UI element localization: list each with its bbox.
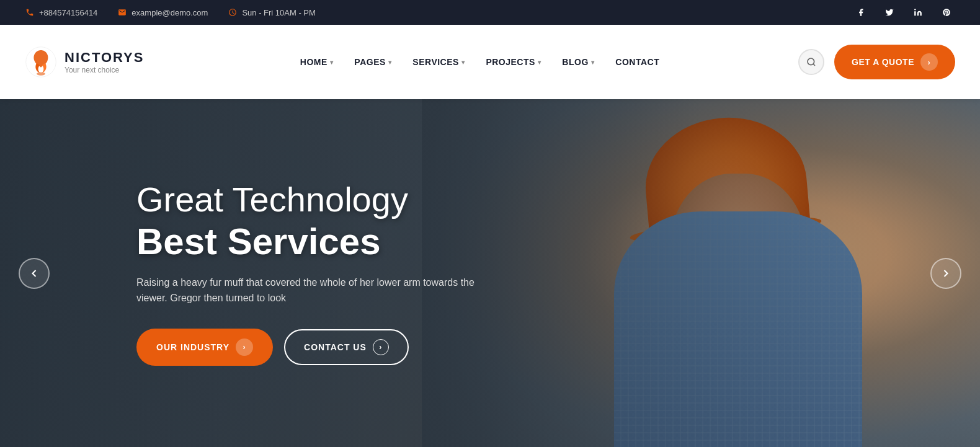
phone-item[interactable]: +884574156414 <box>25 7 97 17</box>
phone-icon <box>25 7 35 17</box>
hours-item: Sun - Fri 10AM - PM <box>228 7 315 17</box>
our-industry-button[interactable]: OUR INDUSTRY › <box>136 329 273 366</box>
email-text: example@demo.com <box>131 8 208 17</box>
hours-text: Sun - Fri 10AM - PM <box>242 8 315 17</box>
nav-pages-chevron: ▾ <box>388 59 392 66</box>
top-bar-left: +884574156414 example@demo.com Sun - Fri… <box>25 7 852 17</box>
nav-services-label: SERVICES <box>412 57 459 67</box>
nav-home-label: HOME <box>300 57 327 67</box>
hero-buttons: OUR INDUSTRY › CONTACT US › <box>136 329 484 366</box>
email-icon <box>117 7 127 17</box>
nav-actions: GET A QUOTE › <box>798 45 955 79</box>
brand-name: NICTORYS <box>65 50 144 66</box>
header: NICTORYS Your next choice HOME ▾ PAGES ▾… <box>0 25 980 99</box>
nav-pages-label: PAGES <box>354 57 385 67</box>
svg-point-2 <box>37 72 45 75</box>
industry-btn-label: OUR INDUSTRY <box>156 342 229 352</box>
facebook-icon[interactable] <box>852 4 870 21</box>
chevron-right-icon <box>940 267 952 280</box>
brand-tagline: Your next choice <box>65 66 144 74</box>
nav-blog[interactable]: BLOG ▾ <box>553 52 603 72</box>
industry-btn-arrow-icon: › <box>236 339 253 356</box>
twitter-icon[interactable] <box>881 4 898 21</box>
nav-services[interactable]: SERVICES ▾ <box>404 52 473 72</box>
logo-text: NICTORYS Your next choice <box>65 50 144 74</box>
search-icon <box>806 57 816 67</box>
contact-btn-label: CONTACT US <box>304 342 367 352</box>
quote-btn-label: GET A QUOTE <box>852 57 914 67</box>
svg-line-4 <box>813 64 815 66</box>
hero-content: Great Technology Best Services Raising a… <box>0 180 484 366</box>
logo-icon <box>25 46 57 78</box>
nav-contact[interactable]: CONTACT <box>607 52 668 72</box>
phone-text: +884574156414 <box>39 8 97 17</box>
pinterest-icon[interactable] <box>938 4 955 21</box>
svg-point-3 <box>808 58 814 65</box>
nav-projects[interactable]: PROJECTS ▾ <box>477 52 550 72</box>
social-links <box>852 4 955 21</box>
nav-pages[interactable]: PAGES ▾ <box>345 52 400 72</box>
nav-blog-label: BLOG <box>562 57 588 67</box>
nav-services-chevron: ▾ <box>461 59 465 66</box>
contact-us-button[interactable]: CONTACT US › <box>284 329 409 365</box>
chevron-left-icon <box>28 267 40 280</box>
top-bar: +884574156414 example@demo.com Sun - Fri… <box>0 0 980 25</box>
main-nav: HOME ▾ PAGES ▾ SERVICES ▾ PROJECTS ▾ BLO… <box>161 52 798 72</box>
nav-projects-label: PROJECTS <box>486 57 535 67</box>
clock-icon <box>228 7 238 17</box>
hero-title-light: Great Technology <box>136 180 484 219</box>
email-item[interactable]: example@demo.com <box>117 7 208 17</box>
nav-home-chevron: ▾ <box>330 59 334 66</box>
slider-prev-button[interactable] <box>19 258 50 289</box>
nav-blog-chevron: ▾ <box>591 59 595 66</box>
search-button[interactable] <box>798 49 824 75</box>
hero-title-bold: Best Services <box>136 221 484 262</box>
slider-next-button[interactable] <box>930 258 961 289</box>
nav-contact-label: CONTACT <box>615 57 659 67</box>
get-quote-button[interactable]: GET A QUOTE › <box>834 45 955 79</box>
nav-projects-chevron: ▾ <box>538 59 541 66</box>
hero-description: Raising a heavy fur muff that covered th… <box>136 275 484 306</box>
svg-point-0 <box>914 9 915 10</box>
contact-btn-arrow-icon: › <box>373 339 389 355</box>
hero-section: Great Technology Best Services Raising a… <box>0 99 980 447</box>
linkedin-icon[interactable] <box>909 4 927 21</box>
logo-area[interactable]: NICTORYS Your next choice <box>25 46 161 78</box>
nav-home[interactable]: HOME ▾ <box>292 52 342 72</box>
quote-btn-arrow-icon: › <box>920 53 938 71</box>
